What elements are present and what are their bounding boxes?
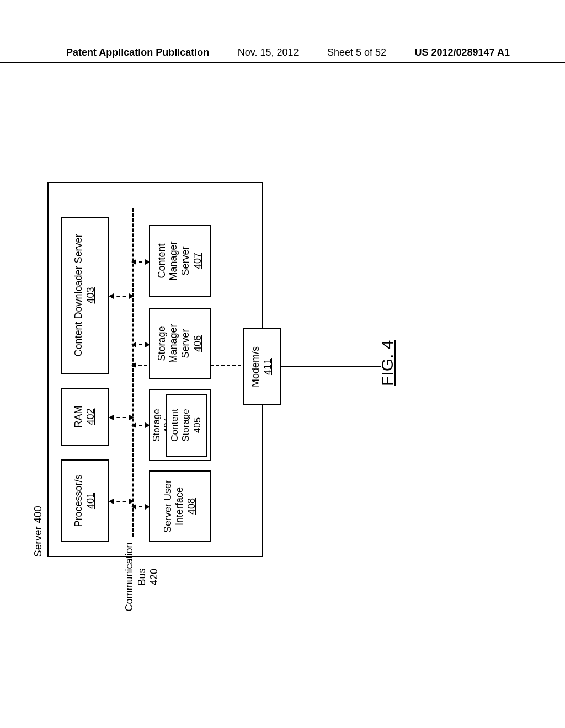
server-box: Processor/s 401 RAM 402 Content Download…	[47, 182, 263, 557]
block-ref: 402	[85, 408, 97, 425]
block-label: Processor/s	[73, 474, 85, 527]
figure-diagram: Server 400 Processor/s 401 RAM 402 Conte…	[44, 182, 463, 557]
server-user-interface-block: Server User Interface 408	[149, 470, 211, 542]
block-label: Content Manager Server	[156, 226, 192, 296]
block-ref: 406	[192, 335, 204, 352]
block-label: Content Storage	[169, 395, 192, 456]
publication-label: Patent Application Publication	[66, 47, 209, 58]
block-label: Modem/s	[250, 346, 262, 387]
block-label: Server User Interface	[162, 472, 186, 541]
content-manager-server-block: Content Manager Server 407	[149, 225, 211, 297]
figure-label: FIG. 4	[378, 340, 397, 386]
sheet-number: Sheet 5 of 52	[327, 47, 386, 58]
bus-connector	[133, 425, 148, 426]
bus-ref: 420	[148, 569, 159, 585]
block-label: Storage	[151, 409, 162, 442]
server-title: Server 400	[32, 506, 44, 557]
page-header: Patent Application Publication Nov. 15, …	[0, 47, 565, 63]
block-ref: 407	[192, 253, 204, 269]
block-ref: 408	[186, 498, 198, 515]
publication-date: Nov. 15, 2012	[238, 47, 299, 58]
modem-block: Modem/s 411	[243, 328, 281, 405]
block-ref: 403	[85, 287, 97, 303]
storage-manager-server-block: Storage Manager Server 406	[149, 308, 211, 379]
block-label: RAM	[73, 406, 85, 428]
processor-block: Processor/s 401	[61, 459, 109, 542]
communication-bus-label: Communication Bus 420	[123, 538, 161, 615]
publication-number: US 2012/0289147 A1	[415, 47, 510, 58]
block-ref: 405	[192, 417, 203, 433]
block-label: Storage Manager Server	[156, 309, 192, 378]
bus-connector	[133, 344, 148, 345]
content-storage-block: Content Storage 405	[166, 394, 207, 457]
bus-connector	[110, 296, 132, 297]
block-ref: 401	[85, 493, 97, 509]
ram-block: RAM 402	[61, 388, 109, 446]
content-downloader-server-block: Content Downloader Server 403	[61, 217, 109, 374]
bus-connector	[133, 506, 148, 507]
block-label: Content Downloader Server	[73, 234, 85, 356]
external-connection-line	[281, 366, 381, 367]
bus-connector	[133, 261, 148, 263]
bus-text: Communication Bus	[124, 542, 147, 611]
bus-connector	[110, 501, 132, 502]
communication-bus-line	[132, 208, 134, 537]
bus-connector	[110, 417, 132, 418]
block-ref: 411	[262, 358, 274, 375]
